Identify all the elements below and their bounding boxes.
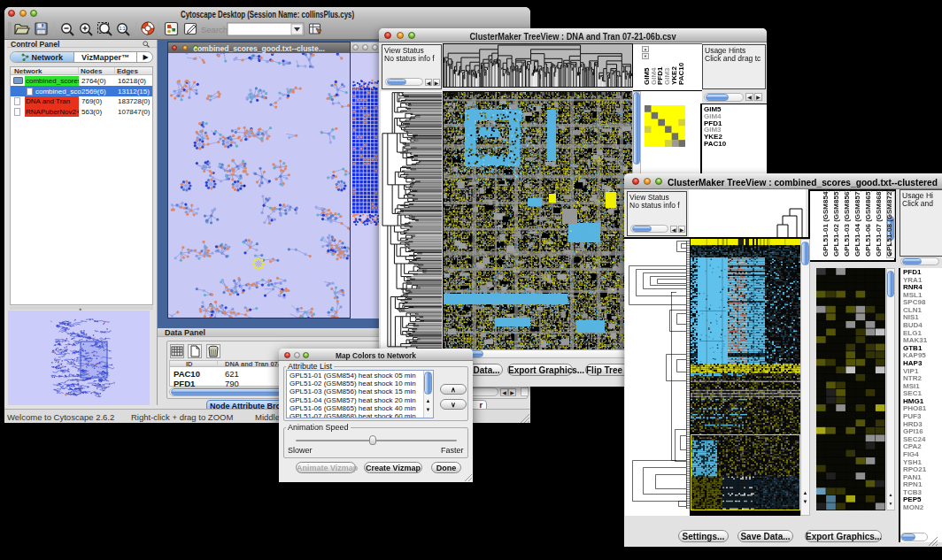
svg-text:Search:: Search: bbox=[201, 25, 230, 35]
svg-text:1:1: 1:1 bbox=[120, 26, 126, 31]
